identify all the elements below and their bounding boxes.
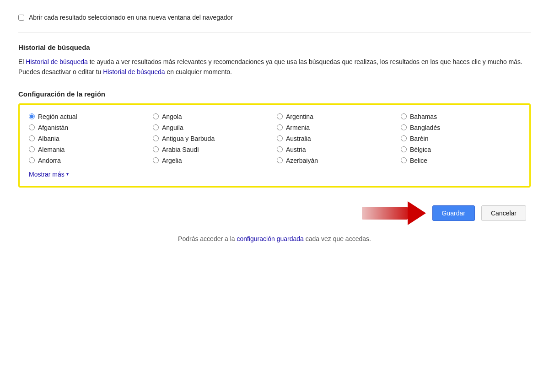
region-radio-grid: Región actual Angola Argentina Bahamas A… [29,113,520,164]
region-box: Región actual Angola Argentina Bahamas A… [18,103,531,188]
radio-austria-input[interactable] [277,146,283,152]
radio-antigua-barbuda-label: Antigua y Barbuda [162,135,215,142]
radio-azerbaiyan[interactable]: Azerbaiyán [277,157,396,164]
open-new-window-option: Abrir cada resultado seleccionado en una… [18,14,531,32]
footer-text: Podrás acceder a la configuración guarda… [18,235,531,242]
radio-barein-input[interactable] [401,135,407,141]
show-more-arrow-icon: ▾ [66,172,69,177]
radio-angola-input[interactable] [153,113,159,119]
open-new-window-label: Abrir cada resultado seleccionado en una… [29,14,233,21]
radio-barein[interactable]: Baréin [401,135,520,142]
radio-argelia-input[interactable] [153,157,159,163]
search-history-description: El Historial de búsqueda te ayuda a ver … [18,57,531,77]
radio-angola-label: Angola [162,113,182,120]
radio-alemania-label: Alemania [38,146,65,153]
search-history-section: Historial de búsqueda El Historial de bú… [18,43,531,77]
show-more-label: Mostrar más [29,171,65,178]
radio-australia[interactable]: Australia [277,135,396,142]
radio-andorra-label: Andorra [38,157,61,164]
radio-andorra[interactable]: Andorra [29,157,148,164]
red-arrow-svg [362,200,426,226]
radio-banglades-input[interactable] [401,124,407,130]
radio-armenia-input[interactable] [277,124,283,130]
open-new-window-checkbox[interactable] [18,15,24,21]
radio-banglades-label: Bangladés [410,124,440,131]
radio-albania-label: Albania [38,135,59,142]
cancel-button[interactable]: Cancelar [481,205,526,221]
search-history-text-after: en cualquier momento. [165,68,232,75]
svg-rect-0 [362,207,408,220]
radio-anguila-input[interactable] [153,124,159,130]
radio-azerbaiyan-input[interactable] [277,157,283,163]
radio-region-actual[interactable]: Región actual [29,113,148,120]
radio-arabia-saudi-input[interactable] [153,146,159,152]
radio-alemania[interactable]: Alemania [29,146,148,153]
radio-bahamas-label: Bahamas [410,113,437,120]
radio-belgica-input[interactable] [401,146,407,152]
radio-alemania-input[interactable] [29,146,35,152]
search-history-text-middle: te ayuda a ver resultados más relevantes… [18,58,522,75]
show-more-link[interactable]: Mostrar más ▾ [29,171,69,178]
search-history-title: Historial de búsqueda [18,43,531,51]
footer-text-after: cada vez que accedas. [304,235,371,242]
radio-austria[interactable]: Austria [277,146,396,153]
radio-austria-label: Austria [286,146,306,153]
radio-bahamas[interactable]: Bahamas [401,113,520,120]
radio-afganistan-label: Afganistán [38,124,68,131]
svg-marker-1 [408,201,426,225]
radio-afganistan-input[interactable] [29,124,35,130]
radio-belice-input[interactable] [401,157,407,163]
radio-albania[interactable]: Albania [29,135,148,142]
radio-argelia[interactable]: Argelia [153,157,272,164]
region-section: Configuración de la región Región actual… [18,90,531,188]
radio-anguila-label: Anguila [162,124,183,131]
radio-afganistan[interactable]: Afganistán [29,124,148,131]
radio-azerbaiyan-label: Azerbaiyán [286,157,318,164]
button-row: Guardar Cancelar [18,200,531,226]
radio-angola[interactable]: Angola [153,113,272,120]
radio-antigua-barbuda-input[interactable] [153,135,159,141]
red-arrow-indicator [362,200,426,226]
radio-armenia-label: Armenia [286,124,310,131]
radio-belice-label: Belice [410,157,427,164]
radio-argentina-input[interactable] [277,113,283,119]
radio-argentina[interactable]: Argentina [277,113,396,120]
radio-arabia-saudi-label: Arabia Saudí [162,146,199,153]
search-history-link2[interactable]: Historial de búsqueda [103,68,165,75]
radio-anguila[interactable]: Anguila [153,124,272,131]
save-button[interactable]: Guardar [432,205,475,221]
radio-albania-input[interactable] [29,135,35,141]
radio-banglades[interactable]: Bangladés [401,124,520,131]
radio-australia-label: Australia [286,135,311,142]
radio-belgica[interactable]: Bélgica [401,146,520,153]
footer-text-before: Podrás acceder a la [178,235,237,242]
radio-andorra-input[interactable] [29,157,35,163]
footer-link[interactable]: configuración guardada [237,235,303,242]
radio-armenia[interactable]: Armenia [277,124,396,131]
radio-antigua-barbuda[interactable]: Antigua y Barbuda [153,135,272,142]
radio-belice[interactable]: Belice [401,157,520,164]
radio-region-actual-label: Región actual [38,113,77,120]
radio-australia-input[interactable] [277,135,283,141]
radio-belgica-label: Bélgica [410,146,431,153]
radio-region-actual-input[interactable] [29,113,35,119]
search-history-text-before: El [18,58,26,65]
radio-argentina-label: Argentina [286,113,313,120]
search-history-link1[interactable]: Historial de búsqueda [26,58,87,65]
region-title: Configuración de la región [18,90,531,98]
radio-barein-label: Baréin [410,135,428,142]
radio-bahamas-input[interactable] [401,113,407,119]
radio-arabia-saudi[interactable]: Arabia Saudí [153,146,272,153]
radio-argelia-label: Argelia [162,157,182,164]
